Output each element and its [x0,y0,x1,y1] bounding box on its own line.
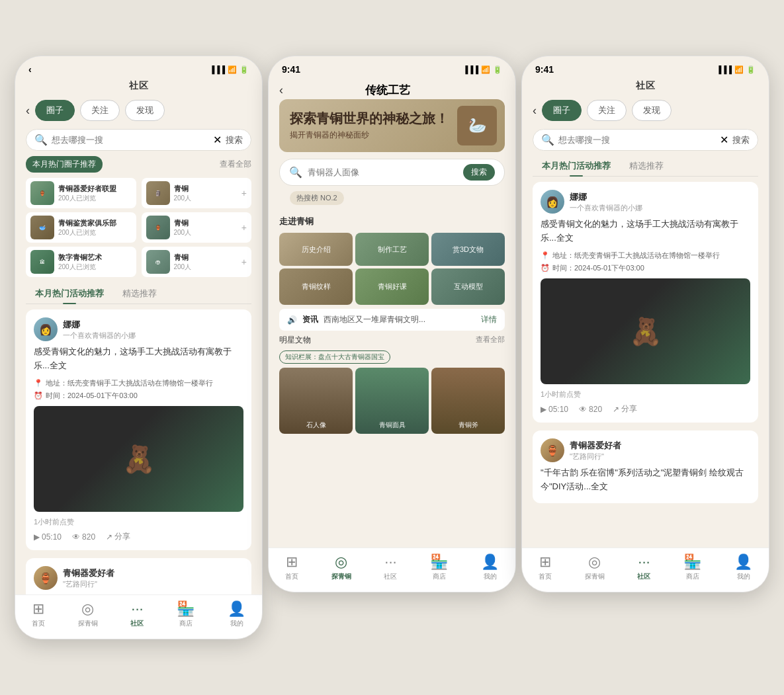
community-icon-1: ··· [131,600,143,618]
author-details-1: 娜娜 一个喜欢青铜器的小娜 [63,319,136,341]
tab-selected-1[interactable]: 精选推荐 [113,284,166,304]
shop-icon-2: 🏪 [430,553,448,571]
group-col-left: 🏺 青铜器爱好者联盟 200人已浏览 🥣 青铜鉴赏家俱乐部 200人已浏览 🏛 [26,178,136,277]
home-icon-2: ⊞ [286,553,298,571]
walk-item-course[interactable]: 青铜好课 [355,268,429,305]
home-icon-1: ⊞ [32,600,44,618]
hot-tag-wrapper: 热搜榜 NO.2 [279,191,505,210]
post-author-3: 👩 娜娜 一个喜欢青铜器的小娜 [541,190,750,214]
post-time-event-1: ⏰ 时间：2024-05-01下午03:00 [34,391,243,401]
avatar-3: 👩 [541,190,564,214]
nav-pill-quanzi-3[interactable]: 圈子 [542,100,582,121]
explore-icon-1: ◎ [81,600,94,618]
search-input-3[interactable] [558,135,716,145]
group-item-5[interactable]: 🏺 青铜 200人 + [142,212,252,243]
group-join-icon-4[interactable]: + [241,188,247,198]
group-item-4[interactable]: 🗿 青铜 200人 + [142,178,252,208]
nav-explore-1[interactable]: ◎ 探青铜 [78,600,98,628]
group-join-icon-6[interactable]: + [241,257,247,267]
nav-home-2[interactable]: ⊞ 首页 [285,553,298,581]
search-button-1[interactable]: 搜索 [226,134,243,146]
back-button-3[interactable]: ‹ [533,104,537,118]
walk-item-model[interactable]: 互动模型 [431,268,505,305]
artifact-3[interactable]: 青铜斧 [431,368,505,434]
group-item-2[interactable]: 🥣 青铜鉴赏家俱乐部 200人已浏览 [26,212,136,243]
screen3-community: 9:41 ▐▐▐ 📶 🔋 社区 ‹ 圈子 关注 发现 🔍 ✕ 搜索 本月热门活动… [521,56,769,593]
nav-community-3[interactable]: ··· 社区 [637,553,650,581]
post-views-1[interactable]: 👁 820 [72,531,95,542]
group-section-tag-1: 本月热门圈子推荐 [26,156,103,173]
nav-shop-2[interactable]: 🏪 商店 [430,553,448,581]
group-info-3: 敦字青铜艺术 200人已浏览 [58,253,132,272]
community-icon-3: ··· [638,553,650,571]
screen3-top-label: 社区 [522,79,769,96]
nav-pill-faxian-3[interactable]: 发现 [632,100,672,121]
nav-explore-3[interactable]: ◎ 探青铜 [585,553,605,581]
post-location-1: 📍 地址：纸壳变青铜手工大挑战活动在博物馆一楼举行 [34,378,243,388]
search-icon-3: 🔍 [541,134,554,146]
post-image-3: 🧸 [541,278,750,384]
author-desc-2: "艺路同行" [63,579,114,589]
wifi-icon-3: 📶 [734,65,744,74]
screen2-header: ‹ 传统工艺 [269,79,515,99]
group-name-1: 青铜器爱好者联盟 [58,184,132,194]
nav-me-2[interactable]: 👤 我的 [481,553,499,581]
walk-item-3d[interactable]: 赏3D文物 [431,233,505,266]
tab-selected-3[interactable]: 精选推荐 [620,156,673,176]
post-views-3[interactable]: 👁 820 [579,403,602,415]
home-label-3: 首页 [539,572,552,581]
clear-icon-3[interactable]: ✕ [720,134,728,146]
clear-icon-1[interactable]: ✕ [213,134,222,146]
group-item-6[interactable]: 🏟 青铜 200人 + [142,247,252,277]
search-button-2[interactable]: 搜索 [463,164,495,181]
nav-community-1[interactable]: ··· 社区 [130,600,144,628]
artifact-1[interactable]: 石人像 [279,368,353,434]
nav-home-1[interactable]: ⊞ 首页 [32,600,45,628]
post-share-3[interactable]: ↗ 分享 [613,403,637,415]
nav-me-3[interactable]: 👤 我的 [734,553,752,581]
nav-shop-3[interactable]: 🏪 商店 [683,553,701,581]
clock-icon-3: ⏰ [541,264,550,272]
post-share-1[interactable]: ↗ 分享 [106,531,130,542]
stars-link[interactable]: 查看全部 [476,335,505,346]
author-name-2: 青铜器爱好者 [63,567,114,579]
search-input-2[interactable] [308,167,458,177]
nav-pill-faxian-1[interactable]: 发现 [125,100,165,121]
group-join-icon-5[interactable]: + [241,222,247,233]
me-label-2: 我的 [484,572,497,581]
post-text-1: 感受青铜文化的魅力，这场手工大挑战活动有寓教于乐...全文 [34,345,243,373]
tabs-1: 本月热门活动推荐 精选推荐 [26,284,251,304]
search-input-1[interactable] [52,135,209,145]
back-button-1[interactable]: ‹ [26,104,30,118]
nav-community-2[interactable]: ··· 社区 [384,553,397,581]
tabs-3: 本月热门活动推荐 精选推荐 [533,156,758,177]
walk-item-pattern[interactable]: 青铜纹样 [279,268,353,305]
group-info-5: 青铜 200人 [174,218,238,237]
signal-icon-2: ▐▐▐ [463,65,478,73]
walk-item-history[interactable]: 历史介绍 [279,233,353,266]
walk-item-craft[interactable]: 制作工艺 [355,233,429,266]
status-icons-3: ▐▐▐ 📶 🔋 [717,65,756,74]
nav-explore-2[interactable]: ◎ 探青铜 [331,553,351,581]
nav-me-1[interactable]: 👤 我的 [228,600,245,628]
me-icon-2: 👤 [481,553,499,571]
nav-pill-guanzhu-3[interactable]: 关注 [587,100,627,121]
nav-shop-1[interactable]: 🏪 商店 [177,600,195,628]
group-section-link-1[interactable]: 查看全部 [220,159,251,170]
header-nav-3: ‹ 圈子 关注 发现 [522,96,769,126]
header-nav-1: ‹ 圈子 关注 发现 [15,96,262,126]
group-item-1[interactable]: 🏺 青铜器爱好者联盟 200人已浏览 [26,178,136,208]
screen1-community: ‹ ▐▐▐ 📶 🔋 社区 ‹ 圈子 关注 发现 🔍 ✕ 搜索 本月热门圈子推荐 [15,56,263,639]
nav-pill-guanzhu-1[interactable]: 关注 [80,100,120,121]
nav-home-3[interactable]: ⊞ 首页 [539,553,552,581]
tab-hot-events-3[interactable]: 本月热门活动推荐 [533,156,620,176]
search-button-3[interactable]: 搜索 [732,134,750,146]
hero-image: 🦢 [457,106,497,145]
artifact-2[interactable]: 青铜面具 [355,368,429,434]
tab-hot-events-1[interactable]: 本月热门活动推荐 [26,284,113,304]
nav-pill-quanzi-1[interactable]: 圈子 [35,100,75,121]
news-detail[interactable]: 详情 [481,314,497,325]
group-item-3[interactable]: 🏛 敦字青铜艺术 200人已浏览 [26,247,136,277]
group-members-6: 200人 [174,263,238,272]
hot-tag: 热搜榜 NO.2 [290,191,344,205]
